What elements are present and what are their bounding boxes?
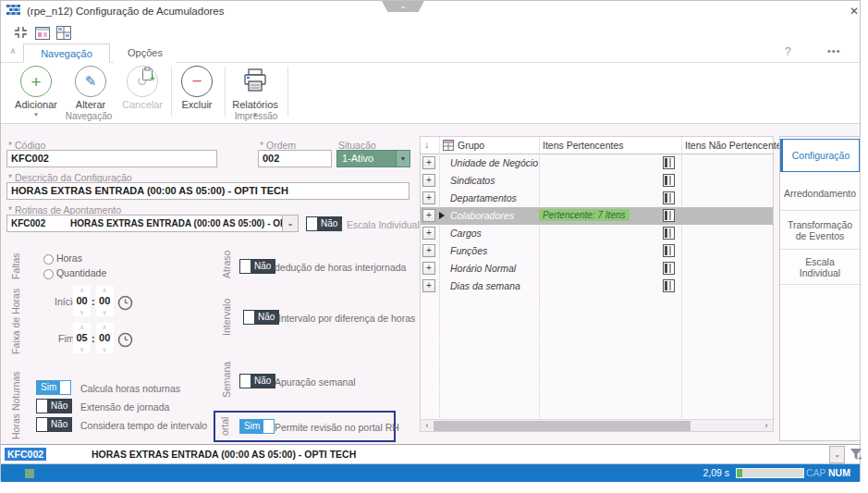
record-selector-bar[interactable]: KFC002 HORAS EXTRAS ENTRADA (00:00 AS 05… (1, 444, 860, 464)
col-itens-nao-pertencentes-header[interactable]: Itens Não Pertencentes (685, 140, 787, 151)
expand-plus-icon[interactable]: + (422, 209, 435, 222)
expand-plus-icon[interactable]: + (422, 244, 435, 257)
items-list-icon[interactable] (663, 156, 675, 171)
record-code: KFC002 (5, 448, 46, 461)
calendar-icon[interactable] (35, 26, 50, 40)
spin-up-icon[interactable]: ∧ (73, 323, 91, 331)
filter-icon[interactable]: + (850, 448, 863, 465)
intervalo-diferenca-horas-toggle[interactable]: Não (243, 310, 279, 325)
tab-opcoes[interactable]: Opções (114, 43, 177, 63)
elapsed-time: 2,09 s (700, 467, 729, 478)
grupos-table: ↓ Grupo Itens Pertencentes Itens Não Per… (420, 136, 774, 432)
inicio-time-spinner[interactable]: ∧00∨ : ∧00∨ (73, 286, 114, 316)
tab-transformacao-eventos[interactable]: Transformação de Eventos (780, 211, 860, 250)
scrollbar-thumb[interactable] (434, 421, 691, 431)
faltas-quantidade-radio[interactable]: Quantidade (43, 267, 106, 279)
tab-arredondamento[interactable]: Arredondamento (780, 176, 860, 211)
table-row[interactable]: + Funções (421, 242, 773, 260)
expand-plus-icon[interactable]: + (422, 262, 435, 275)
permite-revisao-portal-label: Permite revisão no portal RH (275, 422, 399, 433)
items-list-icon[interactable] (663, 209, 675, 224)
chevron-down-icon[interactable]: ⌄ (829, 446, 845, 463)
ribbon-collapse-icon[interactable]: ∧ (6, 46, 19, 59)
table-row[interactable]: + Horário Normal (421, 260, 773, 277)
excluir-button[interactable]: − Excluir (173, 63, 221, 110)
considera-tempo-intervalo-label: Considera tempo de intervalo (80, 420, 207, 431)
permite-revisao-portal-toggle[interactable]: Sim (239, 419, 275, 434)
clock-icon[interactable] (117, 295, 133, 314)
items-list-icon[interactable] (663, 262, 675, 277)
rotinas-combo[interactable]: KFC002 HORAS EXTRAS ENTRADA (00:00 AS 05… (6, 215, 299, 232)
table-row-selected[interactable]: + Colaboradores Pertencente: 7 Itens (421, 207, 773, 225)
clock-icon[interactable] (117, 332, 133, 351)
caps-lock-indicator: CAP (806, 467, 826, 478)
add-icon: + (20, 66, 52, 97)
tab-escala-individual[interactable]: Escala Individual (780, 250, 860, 285)
items-list-icon[interactable] (663, 244, 675, 259)
status-bar: 2,09 s CAP NUM (1, 464, 860, 482)
spin-down-icon[interactable]: ∨ (96, 345, 114, 353)
items-list-icon[interactable] (663, 174, 675, 189)
items-list-icon[interactable] (663, 279, 675, 294)
spin-down-icon[interactable]: ∨ (73, 308, 91, 316)
expand-plus-icon[interactable]: + (422, 227, 435, 240)
more-options-icon[interactable]: ••• (827, 45, 841, 56)
codigo-input[interactable]: KFC002 (6, 150, 217, 167)
close-icon[interactable]: ✕ (846, 4, 862, 18)
faltas-horas-radio[interactable]: Horas (43, 253, 82, 265)
tab-configuracao[interactable]: Configuração (780, 139, 860, 172)
scroll-left-icon[interactable]: ‹ (421, 420, 434, 431)
extensao-de-jornada-toggle[interactable]: Não (36, 399, 72, 413)
table-row[interactable]: + Unidade de Negócio (421, 154, 773, 172)
scroll-right-icon[interactable]: › (760, 420, 773, 431)
num-lock-indicator: NUM (828, 467, 850, 478)
adicionar-button[interactable]: + Adicionar ▾ (8, 63, 64, 118)
calcula-horas-noturnas-toggle[interactable]: Sim (36, 380, 71, 395)
col-itens-pertencentes-header[interactable]: Itens Pertencentes (543, 140, 624, 151)
remove-icon: − (181, 66, 213, 97)
pertencente-badge: Pertencente: 7 Itens (539, 209, 630, 221)
ribbon-pulldown-tab[interactable]: ⌄ (382, 1, 424, 12)
spin-up-icon[interactable]: ∧ (73, 286, 91, 294)
items-list-icon[interactable] (663, 191, 675, 206)
extensao-de-jornada-label: Extensão de jornada (80, 401, 169, 413)
grid-view-icon[interactable] (56, 26, 71, 40)
group-label-navegacao: Navegação (19, 111, 158, 121)
deducao-horas-interjornada-toggle[interactable]: Não (239, 259, 275, 274)
compress-window-icon[interactable] (14, 26, 29, 40)
copy-add-icon[interactable]: + (141, 67, 156, 86)
sort-down-icon[interactable]: ↓ (424, 139, 430, 150)
faixa-de-horas-group-label: Faixa de Horas (10, 283, 21, 359)
chevron-down-icon[interactable]: ▼ (396, 151, 410, 166)
descricao-input[interactable]: HORAS EXTRAS ENTRADA (00:00 AS 05:00) - … (6, 182, 410, 200)
spin-up-icon[interactable]: ∧ (96, 286, 114, 294)
expand-plus-icon[interactable]: + (422, 174, 435, 187)
table-row[interactable]: + Departamentos (421, 190, 773, 207)
atraso-group-label: Atraso (221, 246, 232, 283)
grid-small-icon (443, 140, 454, 153)
apuracao-semanal-toggle[interactable]: Não (239, 374, 275, 388)
expand-plus-icon[interactable]: + (422, 156, 435, 169)
horizontal-scrollbar[interactable]: ‹ › (421, 419, 773, 431)
portal-highlight-box: ortal Sim Permite revisão no portal RH (214, 411, 396, 442)
table-row[interactable]: + Sindicatos (421, 172, 773, 190)
relatorios-button[interactable]: Relatórios ▾ (228, 63, 282, 118)
items-list-icon[interactable] (663, 227, 675, 241)
tab-navegacao[interactable]: Navegação (23, 43, 110, 63)
help-button[interactable]: ? (785, 45, 791, 58)
col-grupo-header[interactable]: Grupo (458, 140, 484, 151)
table-row[interactable]: + Cargos (421, 225, 773, 242)
escala-individual-toggle[interactable]: Não (306, 216, 342, 231)
expand-plus-icon[interactable]: + (422, 191, 435, 204)
considera-tempo-intervalo-toggle[interactable]: Não (36, 417, 72, 432)
spin-down-icon[interactable]: ∨ (96, 308, 114, 316)
table-row[interactable]: + Dias da semana (421, 277, 773, 295)
situacao-select[interactable]: 1-Ativo ▼ (336, 150, 410, 167)
fim-time-spinner[interactable]: ∧05∨ : ∧00∨ (73, 323, 114, 353)
spin-up-icon[interactable]: ∧ (96, 323, 114, 331)
alterar-button[interactable]: ✎ Alterar (66, 63, 116, 110)
ordem-input[interactable]: 002 (258, 150, 332, 167)
chevron-down-icon[interactable]: ⌄ (282, 216, 298, 231)
spin-down-icon[interactable]: ∨ (73, 345, 91, 353)
expand-plus-icon[interactable]: + (422, 279, 435, 292)
